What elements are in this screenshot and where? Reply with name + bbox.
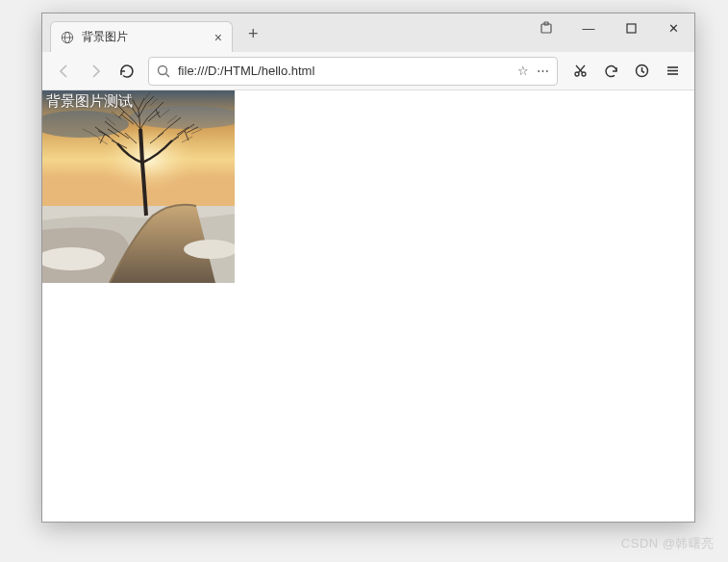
window-controls: — ✕ — [525, 13, 694, 42]
maximize-button[interactable] — [610, 13, 652, 42]
extensions-icon[interactable] — [525, 13, 567, 42]
undo-icon[interactable] — [596, 57, 625, 86]
toolbar-right — [565, 57, 687, 86]
landscape-image — [42, 90, 235, 283]
svg-line-7 — [166, 73, 170, 77]
page-content: 背景图片测试 — [42, 90, 694, 522]
globe-icon — [61, 31, 74, 44]
address-bar[interactable]: file:///D:/HTML/hello.html ☆ ⋯ — [148, 57, 558, 86]
new-tab-button[interactable]: + — [242, 22, 264, 46]
minimize-button[interactable]: — — [567, 13, 610, 42]
browser-window: 背景图片 × + — ✕ f — [41, 13, 695, 523]
url-text: file:///D:/HTML/hello.html — [178, 64, 510, 78]
address-more-icon[interactable]: ⋯ — [537, 64, 549, 78]
reload-button[interactable] — [112, 57, 140, 86]
titlebar: 背景图片 × + — ✕ — [42, 13, 694, 52]
hamburger-menu-icon[interactable] — [658, 57, 687, 86]
history-icon[interactable] — [627, 57, 656, 86]
tab-title: 背景图片 — [82, 29, 205, 45]
bookmark-star-icon[interactable]: ☆ — [517, 64, 529, 78]
search-icon — [157, 64, 170, 78]
svg-point-6 — [159, 65, 167, 74]
watermark: CSDN @韩曙亮 — [621, 535, 715, 552]
svg-rect-5 — [627, 24, 636, 33]
close-window-button[interactable]: ✕ — [652, 13, 694, 42]
background-image-box: 背景图片测试 — [42, 90, 235, 283]
back-button[interactable] — [50, 57, 79, 86]
browser-tab[interactable]: 背景图片 × — [50, 21, 233, 52]
toolbar: file:///D:/HTML/hello.html ☆ ⋯ — [42, 52, 694, 90]
forward-button[interactable] — [81, 57, 110, 86]
page-heading: 背景图片测试 — [46, 92, 133, 111]
tab-close-button[interactable]: × — [213, 30, 224, 45]
scissors-icon[interactable] — [565, 57, 594, 86]
